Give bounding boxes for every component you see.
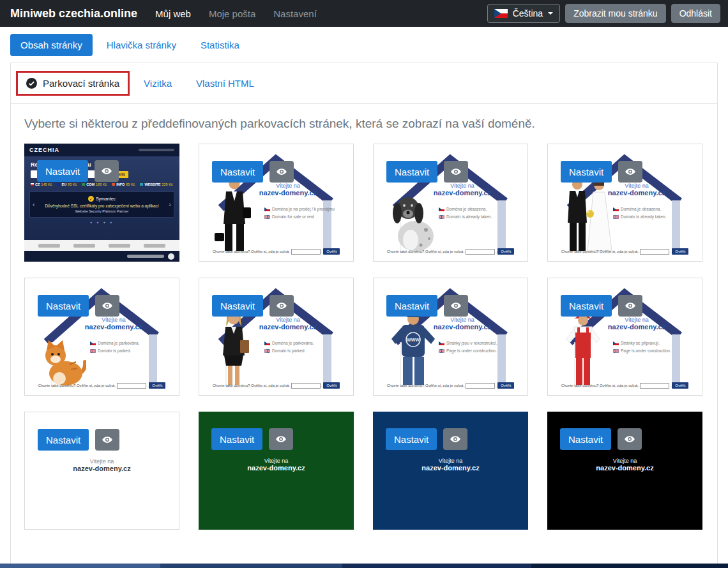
eye-icon — [275, 433, 287, 445]
nastavit-button[interactable]: Nastavit — [560, 428, 611, 450]
parking-template-card-1: Nastavit CZECHIA Registrujte si doménu O… — [24, 144, 179, 262]
nastavit-button[interactable]: Nastavit — [386, 295, 437, 317]
logout-button[interactable]: Odhlásit — [671, 4, 720, 23]
nastavit-button[interactable]: Nastavit — [386, 161, 437, 183]
check-question-text: Chcete také doménu? Ověřte si, zda je vo… — [213, 384, 289, 387]
preview-eye-button[interactable] — [618, 295, 642, 317]
parking-template-card-5: Nastavit — [24, 278, 179, 396]
partner-logo-placeholder — [73, 244, 95, 248]
nav-item-muj-web[interactable]: Můj web — [155, 8, 191, 19]
status-line-cz: Stránky jsou v rekonstrukci. — [439, 341, 497, 345]
nastavit-button[interactable]: Nastavit — [212, 161, 263, 183]
language-selector-button[interactable]: Čeština — [487, 4, 560, 23]
nastavit-button[interactable]: Nastavit — [386, 428, 437, 450]
eye-icon — [625, 300, 636, 311]
status-text-en: Domain is already taken. — [621, 214, 667, 219]
status-line-en: Domain is already taken. — [439, 214, 492, 219]
check-question-text: Chcete také doménu? Ověřte si, zda je vo… — [213, 250, 289, 253]
nastavit-button[interactable]: Nastavit — [37, 160, 88, 182]
welcome-text: Vitejte na nazev-domeny.cz — [589, 183, 685, 197]
preview-eye-button[interactable] — [269, 295, 294, 317]
status-text-en: Page is under construction. — [621, 348, 671, 353]
domain-name: nazev-domeny.cz — [547, 464, 702, 472]
secondary-tabs: Parkovací stránka Vizitka Vlastní HTML — [11, 63, 717, 104]
preview-eye-button[interactable] — [95, 160, 119, 182]
domain-name: nazev-domeny.cz — [589, 323, 685, 331]
czechia-logo: CZECHIA — [29, 147, 59, 153]
tab-obsah-stranky[interactable]: Obsah stránky — [10, 34, 93, 56]
welcome-line: Vitejte na — [199, 458, 354, 464]
nastavit-button[interactable]: Nastavit — [561, 295, 612, 317]
status-line-cz: Doména je obsazena. — [613, 207, 661, 211]
status-text-cz: Doména je parkována. — [272, 341, 314, 345]
preview-eye-button[interactable] — [269, 161, 294, 183]
status-lines: Stránky se připravují. Page is under con… — [589, 341, 691, 353]
nav-item-moje-posta[interactable]: Moje pošta — [209, 8, 255, 19]
card-actions: Nastavit — [212, 161, 294, 183]
card-actions: Nastavit — [212, 295, 294, 317]
tab-parkovaci-stranka-highlighted[interactable]: Parkovací stránka — [16, 71, 130, 96]
caret-down-icon — [548, 12, 553, 15]
preview-eye-button[interactable] — [444, 295, 468, 317]
welcome-text: Vitejte na nazev-domeny.cz — [373, 458, 528, 472]
status-lines: Doména je obsazena. Domain is already ta… — [589, 207, 691, 219]
domain-check-line: Chcete také doménu? Ověřte si, zda je vo… — [548, 248, 702, 255]
dog-figure — [389, 191, 436, 252]
preview-eye-button[interactable] — [444, 161, 468, 183]
status-line-cz: Doména je parkována. — [264, 341, 314, 345]
nastavit-button[interactable]: Nastavit — [38, 295, 89, 317]
domain-name: nazev-domeny.cz — [25, 465, 179, 472]
preview-eye-button[interactable] — [95, 429, 119, 451]
parking-template-card-4: Nastavit — [547, 144, 702, 262]
welcome-line: Vitejte na — [373, 458, 528, 464]
symantec-check-icon: ✓ — [88, 196, 94, 202]
nav-item-nastaveni[interactable]: Nastavení — [273, 8, 317, 19]
partner-logos-strip — [24, 240, 179, 251]
card-actions: Nastavit — [386, 428, 467, 450]
welcome-text: Vitejte na nazev-domeny.cz — [589, 317, 685, 331]
status-lines: Doména je parkována. Domain is parked. — [240, 341, 342, 353]
tab-vizitka[interactable]: Vizitka — [133, 71, 182, 95]
mini-verify-button: Ověřit — [672, 248, 688, 255]
preview-eye-button[interactable] — [618, 161, 642, 183]
tab-vlastni-html[interactable]: Vlastní HTML — [186, 71, 264, 95]
status-line-cz: Doména je na prodej / k pronájmu — [264, 207, 335, 211]
status-text-cz: Doména je parkována. — [98, 341, 139, 345]
tab-statistika[interactable]: Statistika — [190, 34, 250, 56]
mini-domain-input — [466, 383, 495, 389]
tab-hlavicka-stranky[interactable]: Hlavička stránky — [96, 34, 186, 56]
uk-flag-mini-icon — [264, 215, 270, 219]
nastavit-button[interactable]: Nastavit — [212, 295, 263, 317]
preview-eye-button[interactable] — [269, 428, 293, 450]
status-lines: Stránky jsou v rekonstrukci. Page is und… — [414, 341, 517, 353]
view-my-site-button[interactable]: Zobrazit mou stránku — [565, 4, 666, 23]
welcome-line: Vitejte na — [547, 458, 702, 464]
mini-domain-input — [466, 249, 495, 255]
eye-icon — [276, 166, 287, 177]
com-mini-icon — [82, 183, 85, 186]
figure-illustration: WWW — [389, 191, 436, 252]
preview-eye-button[interactable] — [95, 295, 119, 317]
welcome-line: Vitejte na — [589, 183, 685, 189]
welcome-line: Vitejte na — [589, 317, 685, 323]
welcome-line: Vitejte na — [414, 183, 510, 189]
preview-eye-button[interactable] — [443, 428, 467, 450]
status-text-cz: Doména je obsazena. — [621, 207, 661, 211]
nastavit-button[interactable]: Nastavit — [38, 429, 89, 451]
screen: Miniweb czechia.online Můj web Moje pošt… — [0, 0, 728, 568]
nastavit-button[interactable]: Nastavit — [211, 428, 262, 450]
check-question-text: Chcete také doménu? Ověřte si, zda je vo… — [387, 384, 464, 387]
eye-icon — [102, 300, 113, 311]
eye-icon — [624, 433, 635, 445]
check-question-text: Chcete také doménu? Ověřte si, zda je vo… — [38, 384, 115, 387]
chevron-left-icon: ‹ — [33, 201, 35, 208]
parking-template-card-11: Nastavit Vitejte na nazev-domeny.cz — [373, 412, 528, 530]
top-navbar: Miniweb czechia.online Můj web Moje pošt… — [0, 0, 728, 27]
uk-flag-mini-icon — [439, 349, 444, 353]
nastavit-button[interactable]: Nastavit — [561, 161, 612, 183]
footer-logo-circle — [168, 253, 174, 260]
status-line-en: Domain is parked. — [90, 348, 131, 353]
parking-template-card-8: Nastavit — [547, 278, 702, 396]
preview-eye-button[interactable] — [618, 428, 642, 450]
uk-flag-mini-icon — [264, 349, 270, 353]
